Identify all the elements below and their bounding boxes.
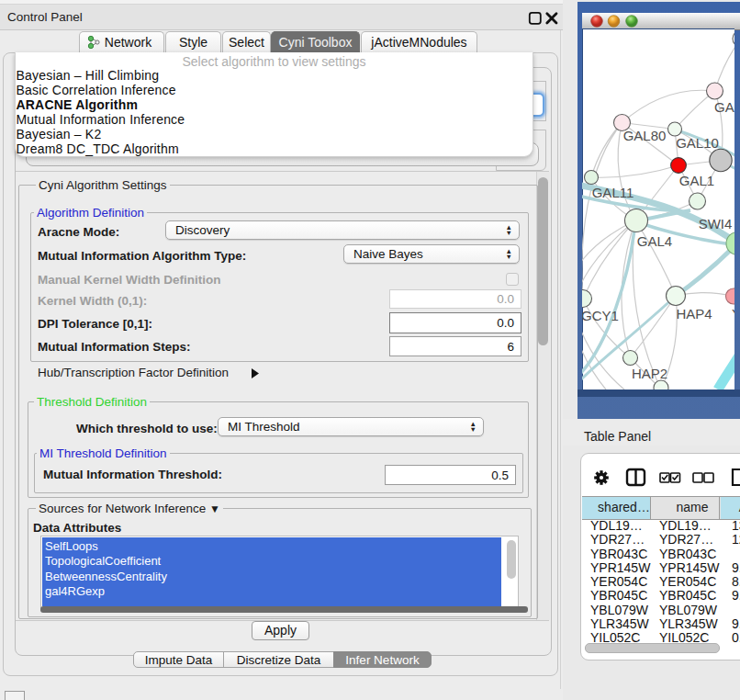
svg-text:GAL80: GAL80 [623,128,667,143]
svg-text:GAL2: GAL2 [714,99,734,115]
svg-text:GCY1: GCY1 [582,308,619,323]
svg-text:GAL11: GAL11 [592,185,634,200]
svg-text:GAL4: GAL4 [637,233,672,249]
svg-text:SWI4: SWI4 [699,216,733,231]
svg-text:HAP2: HAP2 [632,366,667,381]
svg-text:GAL1: GAL1 [679,173,714,188]
svg-text:HAP4: HAP4 [676,306,712,322]
svg-text:YJR0: YJR0 [732,306,734,322]
svg-text:GAL10: GAL10 [676,135,719,151]
